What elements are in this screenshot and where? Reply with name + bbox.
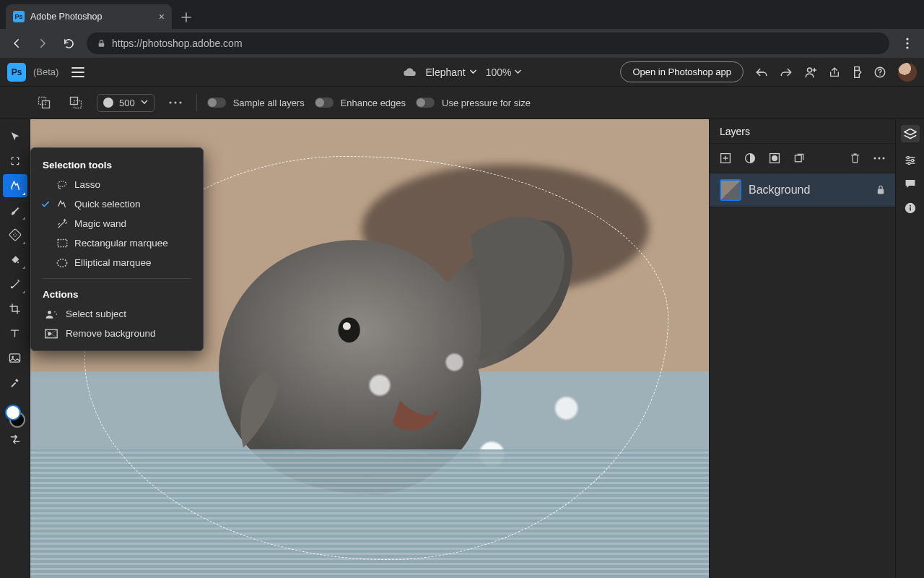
- layer-thumbnail: [720, 179, 741, 201]
- sample-all-layers-toggle[interactable]: [207, 98, 226, 108]
- flyout-item-quick-selection[interactable]: Quick selection: [31, 194, 203, 214]
- add-to-selection-button[interactable]: [33, 92, 55, 113]
- tool-rail: [0, 119, 30, 578]
- properties-rail-button[interactable]: [905, 155, 916, 165]
- svg-point-14: [18, 189, 19, 190]
- forward-button[interactable]: [32, 33, 53, 54]
- brush-tool[interactable]: [3, 199, 27, 222]
- document-name-dropdown[interactable]: Elephant: [425, 66, 476, 78]
- flyout-section-selection: Selection tools: [31, 155, 203, 175]
- move-tool[interactable]: [3, 125, 27, 148]
- crop-tool[interactable]: [3, 297, 27, 320]
- lock-layer-icon[interactable]: [876, 185, 885, 195]
- redo-button[interactable]: [780, 66, 793, 78]
- layer-row-background[interactable]: Background: [710, 173, 895, 207]
- lock-icon: [97, 39, 106, 48]
- tool-options-bar: 500 Sample all layers Enhance edges Use …: [0, 87, 924, 119]
- rect-marquee-icon: [56, 238, 69, 248]
- add-layer-button[interactable]: [720, 152, 731, 164]
- subtract-from-selection-button[interactable]: [65, 92, 87, 113]
- svg-rect-33: [878, 189, 884, 194]
- right-rail: [895, 119, 924, 578]
- layers-rail-button[interactable]: [901, 125, 920, 142]
- svg-point-45: [56, 314, 58, 315]
- lasso-icon: [56, 180, 69, 190]
- flyout-item-label: Remove background: [66, 328, 156, 339]
- open-in-app-button[interactable]: Open in Photoshop app: [620, 61, 744, 82]
- flyout-item-magic-wand[interactable]: Magic wand: [31, 214, 203, 233]
- main-menu-button[interactable]: [71, 67, 84, 77]
- check-icon: [41, 201, 50, 208]
- spot-heal-tool[interactable]: [3, 223, 27, 246]
- place-image-tool[interactable]: [3, 346, 27, 369]
- flyout-action-remove-background[interactable]: Remove background: [31, 324, 203, 343]
- close-tab-icon[interactable]: ×: [159, 11, 165, 22]
- mask-button[interactable]: [769, 152, 780, 164]
- undo-button[interactable]: [755, 66, 768, 78]
- zoom-dropdown[interactable]: 100%: [486, 66, 522, 78]
- quick-selection-tool[interactable]: [3, 174, 27, 197]
- beta-label: (Beta): [33, 66, 58, 77]
- remove-background-icon: [44, 329, 58, 339]
- gradient-tool[interactable]: [3, 272, 27, 296]
- info-rail-button[interactable]: [905, 202, 916, 214]
- address-bar[interactable]: https://photoshop.adobe.com: [87, 33, 889, 54]
- ellipse-marquee-icon: [56, 258, 69, 268]
- svg-point-18: [16, 234, 17, 236]
- url-text: https://photoshop.adobe.com: [112, 38, 243, 49]
- flyout-item-rect-marquee[interactable]: Rectangular marquee: [31, 233, 203, 253]
- feedback-button[interactable]: [852, 66, 862, 79]
- flyout-item-label: Quick selection: [74, 199, 141, 210]
- flyout-item-label: Rectangular marquee: [74, 238, 168, 249]
- svg-point-20: [10, 286, 12, 288]
- svg-rect-15: [9, 229, 21, 241]
- reload-button[interactable]: [58, 33, 79, 54]
- brush-size-dropdown[interactable]: 500: [97, 94, 154, 112]
- user-avatar[interactable]: [898, 63, 917, 82]
- flyout-item-label: Elliptical marquee: [74, 257, 152, 268]
- layers-panel-toolbar: [710, 144, 895, 173]
- use-pressure-label: Use pressure for size: [442, 98, 531, 108]
- layer-more-button[interactable]: [873, 157, 885, 160]
- svg-rect-21: [9, 353, 19, 361]
- new-tab-button[interactable]: [176, 7, 196, 27]
- svg-rect-29: [795, 155, 801, 162]
- svg-point-1: [906, 38, 908, 40]
- svg-point-34: [907, 156, 909, 158]
- foreground-color-swatch[interactable]: [5, 405, 21, 420]
- svg-point-32: [883, 158, 885, 160]
- svg-point-28: [772, 155, 777, 161]
- help-button[interactable]: [873, 66, 886, 79]
- layers-panel: Layers Background: [709, 119, 895, 578]
- back-button[interactable]: [6, 33, 27, 54]
- browser-tab[interactable]: Ps Adobe Photoshop ×: [6, 4, 172, 29]
- fill-tool[interactable]: [3, 248, 27, 271]
- more-brush-options-button[interactable]: [165, 92, 186, 113]
- color-swatches[interactable]: [3, 402, 27, 430]
- cloud-icon: [402, 67, 417, 77]
- enhance-edges-toggle[interactable]: [315, 98, 334, 108]
- clip-mask-button[interactable]: [793, 152, 805, 164]
- ps-logo-icon[interactable]: Ps: [7, 63, 26, 82]
- svg-point-47: [48, 332, 51, 335]
- svg-point-31: [879, 158, 881, 160]
- transform-tool[interactable]: [3, 150, 27, 173]
- browser-tab-strip: Ps Adobe Photoshop ×: [0, 0, 924, 29]
- enhance-edges-label: Enhance edges: [341, 98, 406, 108]
- comments-rail-button[interactable]: [905, 178, 916, 189]
- flyout-item-ellipse-marquee[interactable]: Elliptical marquee: [31, 253, 203, 272]
- invite-button[interactable]: [804, 66, 817, 79]
- eyedropper-tool[interactable]: [3, 371, 27, 394]
- adjustment-layer-button[interactable]: [744, 152, 756, 164]
- type-tool[interactable]: [3, 322, 27, 345]
- swap-colors-button[interactable]: [9, 434, 21, 444]
- browser-menu-button[interactable]: [897, 38, 918, 49]
- flyout-action-select-subject[interactable]: Select subject: [31, 304, 203, 324]
- share-button[interactable]: [829, 66, 840, 78]
- svg-point-12: [179, 101, 181, 103]
- flyout-item-lasso[interactable]: Lasso: [31, 175, 203, 194]
- svg-point-35: [911, 159, 913, 161]
- use-pressure-toggle[interactable]: [416, 98, 435, 108]
- delete-layer-button[interactable]: [850, 152, 860, 164]
- svg-point-13: [11, 189, 12, 190]
